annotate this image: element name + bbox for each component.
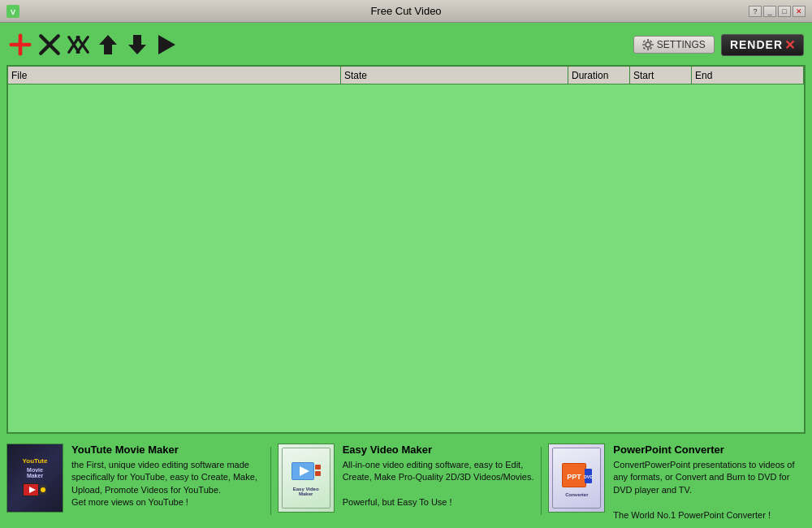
svg-text:PPT: PPT bbox=[568, 473, 582, 481]
col-header-start: Start bbox=[630, 67, 692, 84]
svg-point-13 bbox=[646, 42, 650, 47]
ppt-converter-graphic: PPT DVD bbox=[560, 459, 593, 491]
help-button[interactable]: ? bbox=[749, 6, 762, 17]
ad-section: YouTute Movie Maker YouTut bbox=[6, 440, 806, 522]
svg-marker-11 bbox=[128, 35, 146, 54]
ad-separator-1 bbox=[270, 447, 271, 515]
svg-point-26 bbox=[41, 487, 45, 492]
svg-rect-16 bbox=[642, 44, 645, 45]
app-icon: V bbox=[6, 5, 19, 18]
minimize-button[interactable]: _ bbox=[763, 6, 776, 17]
clear-button[interactable] bbox=[67, 32, 91, 57]
svg-rect-20 bbox=[643, 47, 646, 50]
ad-item-1: YouTute Movie Maker YouTut bbox=[6, 444, 264, 518]
svg-rect-17 bbox=[651, 44, 654, 45]
ad-title-3: PowerPoint Converter bbox=[613, 444, 806, 456]
file-list: File State Duration Start End bbox=[6, 65, 806, 434]
col-header-end: End bbox=[692, 67, 804, 84]
main-area: SETTINGS RENDER✕ File State Duration Sta… bbox=[0, 23, 812, 528]
ad-text-2: Easy Video Maker All-in-one video editin… bbox=[343, 444, 535, 509]
move-up-button[interactable] bbox=[96, 32, 120, 57]
move-down-button[interactable] bbox=[125, 32, 149, 57]
settings-button[interactable]: SETTINGS bbox=[633, 36, 715, 54]
svg-rect-14 bbox=[647, 39, 649, 41]
maximize-button[interactable]: □ bbox=[778, 6, 791, 17]
col-header-duration: Duration bbox=[568, 67, 630, 84]
svg-rect-30 bbox=[315, 465, 321, 470]
col-header-state: State bbox=[341, 67, 568, 84]
app-title: Free Cut Video bbox=[370, 5, 441, 17]
toolbar-right: SETTINGS RENDER✕ bbox=[633, 34, 804, 56]
render-button[interactable]: RENDER✕ bbox=[721, 34, 804, 56]
ad-item-3: PPT DVD Converter PowerPoint Converter C… bbox=[548, 444, 806, 518]
easy-video-maker-graphic bbox=[292, 461, 321, 485]
settings-label: SETTINGS bbox=[657, 39, 706, 50]
render-label: RENDER bbox=[730, 38, 783, 51]
gear-icon bbox=[642, 39, 654, 50]
svg-rect-19 bbox=[650, 47, 652, 50]
ad-title-1: YouTute Movie Maker bbox=[71, 444, 264, 456]
svg-marker-10 bbox=[99, 35, 117, 54]
ad-title-2: Easy Video Maker bbox=[343, 444, 535, 456]
file-list-body[interactable] bbox=[8, 84, 804, 432]
svg-marker-12 bbox=[158, 35, 175, 54]
ad-separator-2 bbox=[541, 447, 542, 515]
render-x-icon: ✕ bbox=[784, 37, 795, 53]
svg-text:V: V bbox=[11, 8, 15, 16]
toolbar: SETTINGS RENDER✕ bbox=[6, 29, 806, 60]
svg-rect-21 bbox=[650, 40, 652, 42]
svg-rect-18 bbox=[643, 40, 646, 42]
title-bar: V Free Cut Video ? _ □ ✕ bbox=[0, 0, 812, 23]
svg-rect-31 bbox=[315, 471, 321, 476]
title-bar-left: V bbox=[6, 5, 19, 18]
ad-desc-2: All-in-one video editing software, easy … bbox=[343, 459, 535, 509]
ad-text-3: PowerPoint Converter ConvertPowerPoint p… bbox=[613, 444, 806, 522]
play-button[interactable] bbox=[154, 32, 179, 57]
remove-button[interactable] bbox=[37, 32, 62, 57]
file-list-header: File State Duration Start End bbox=[8, 67, 804, 84]
window-controls: ? _ □ ✕ bbox=[749, 6, 806, 17]
close-button[interactable]: ✕ bbox=[793, 6, 806, 17]
ad-image-1[interactable]: YouTute Movie Maker bbox=[6, 444, 63, 513]
ad-item-2: Easy VideoMaker Easy Video Maker All-in-… bbox=[278, 444, 535, 518]
ad-desc-1: the First, unique video editing software… bbox=[71, 459, 264, 509]
ad-image-2[interactable]: Easy VideoMaker bbox=[278, 444, 335, 513]
ad-image-3[interactable]: PPT DVD Converter bbox=[548, 444, 605, 513]
svg-text:DVD: DVD bbox=[585, 474, 594, 479]
col-header-file: File bbox=[8, 67, 341, 84]
ad-desc-3: ConvertPowerPoint presentations to video… bbox=[613, 459, 806, 522]
add-button[interactable] bbox=[8, 32, 32, 57]
ad-text-1: YouTute Movie Maker the First, unique vi… bbox=[71, 444, 264, 509]
svg-rect-15 bbox=[647, 48, 649, 50]
